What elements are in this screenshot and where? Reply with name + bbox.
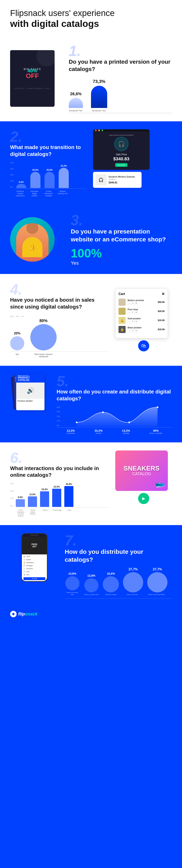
section4-number: 4.: [10, 282, 109, 297]
section6-right: SNEAKERS CATALOG 👟 ▶: [115, 451, 172, 504]
qty-minus-2[interactable]: -: [128, 311, 131, 314]
page-wrapper: Flipsnack users' experience with digital…: [0, 0, 182, 621]
header-title-line2: with digital catalogs: [10, 18, 172, 29]
play-icon[interactable]: ▶: [138, 493, 149, 504]
cart-item-1: Modern armchair - 1 + $50.00: [119, 299, 164, 306]
device-mockup: Sadin Wireless Earbuds ★★★★★ 🎧 Sale Pric…: [93, 129, 150, 170]
section5-left: WHOLESALEPRODUCTCAT WHOLESALE PRODUCTCAT…: [10, 374, 51, 422]
section6-number: 6.: [10, 451, 109, 465]
qty-plus-3[interactable]: +: [134, 320, 138, 323]
logo-icon: [10, 611, 17, 617]
cart-mockup: Cart ✕ Modern armchair - 1 + $50.00: [115, 288, 168, 338]
section1-number: 1.: [69, 44, 81, 58]
section1: BIG SALES 40% OFF DIGITECH / CYBER MONDA…: [0, 36, 182, 122]
section7-left: PRODUKT 🏠 Home 🔍 Explore 🔔 Notifications: [10, 533, 59, 582]
section6: 6. What interactions do you include in o…: [0, 442, 182, 525]
section3: 👍 3. Do you have a presentation website …: [0, 205, 182, 274]
cart-header: Cart ✕: [119, 292, 164, 296]
cart-title: Cart: [119, 292, 125, 296]
section5-question: How often do you create and distribute d…: [57, 389, 172, 402]
section3-percent: 100%: [71, 246, 172, 260]
section3-number: 3.: [71, 213, 172, 227]
section3-right: 3. Do you have a presentation website or…: [71, 213, 172, 266]
close-icon[interactable]: ✕: [161, 292, 164, 296]
person-image: 👍: [10, 217, 55, 261]
section1-right: 1. Do you have a printed version of your…: [69, 44, 172, 114]
cart-item-4: 🔒 Black pendant - 1 + $10.00: [119, 326, 164, 333]
section2-left: 2. What made you transition to digital c…: [10, 129, 87, 197]
section5-chart: 40%30%20%10%0%: [57, 406, 172, 434]
section1-yes-percent: 73,3%: [91, 79, 107, 84]
section7-chart: 13,8% Share as private links 13,8% Share…: [65, 567, 172, 599]
section6-question: What interactions do you include in onli…: [10, 465, 109, 479]
section4-right: Cart ✕ Modern armchair - 1 + $50.00: [115, 288, 172, 351]
section7: PRODUKT 🏠 Home 🔍 Explore 🔔 Notifications: [0, 525, 182, 607]
qty-plus-2[interactable]: +: [134, 311, 138, 314]
section7-right: 7. How do you distribute your catalogs? …: [65, 533, 172, 599]
header-section: Flipsnack users' experience with digital…: [0, 0, 182, 36]
section1-no-percent: 26,6%: [69, 92, 83, 96]
section1-question: Do you have a printed version of your ca…: [69, 58, 172, 73]
phone-mockup: PRODUKT 🏠 Home 🔍 Explore 🔔 Notifications: [21, 533, 48, 582]
section4-left: 4. Have you noticed a boost in sales sin…: [10, 282, 109, 358]
svg-point-1: [102, 411, 104, 413]
svg-point-2: [128, 422, 130, 423]
section3-answer: Yes: [71, 260, 172, 266]
section7-question: How do you distribute your catalogs?: [65, 548, 172, 563]
qty-minus-1[interactable]: -: [128, 302, 131, 305]
product-card: 🎧 Dynatron Wireless Earbuds ★★★★☆ $340.8…: [93, 172, 142, 188]
section4-question: Have you noticed a boost in sales since …: [10, 297, 109, 310]
sneakers-catalog: SNEAKERS CATALOG 👟: [115, 451, 168, 491]
qty-plus-1[interactable]: +: [134, 302, 138, 305]
section1-left: BIG SALES 40% OFF DIGITECH / CYBER MONDA…: [10, 50, 63, 107]
section5: WHOLESALEPRODUCTCAT WHOLESALE PRODUCTCAT…: [0, 366, 182, 442]
section6-chart: 30%20%10%0% 9,6% 12,9%: [10, 483, 109, 517]
section6-left: 6. What interactions do you include in o…: [10, 451, 109, 517]
catalog-image: BIG SALES 40% OFF DIGITECH / CYBER MONDA…: [10, 50, 55, 107]
svg-point-0: [76, 422, 78, 423]
section1-no-label: Answered "No": [69, 110, 83, 112]
svg-point-3: [157, 406, 158, 408]
section7-number: 7.: [65, 533, 172, 548]
section3-question: Do you have a presentation website or an…: [71, 227, 172, 243]
cart-item-2: Floor lamp - 1 + $20.00: [119, 308, 164, 315]
section2-question: What made you transition to digital cata…: [10, 144, 87, 158]
header-title-line1: Flipsnack users' experience: [10, 8, 172, 18]
catalog-bottom-text: DIGITECH / CYBER MONDAY / 2021: [14, 88, 50, 89]
section5-right: 5. How often do you create and distribut…: [57, 374, 172, 434]
section2-number: 2.: [10, 129, 22, 144]
qty-minus-3[interactable]: -: [128, 320, 131, 323]
catalog-stack: WHOLESALEPRODUCTCAT WHOLESALE PRODUCTCAT…: [10, 374, 47, 422]
qty-minus-4[interactable]: -: [128, 329, 131, 332]
bag-icon: 🛍: [138, 340, 149, 351]
flipsnack-logo: flipsnack: [10, 611, 37, 617]
footer: flipsnack: [0, 607, 182, 621]
section5-number: 5.: [57, 374, 172, 389]
logo-text: flipsnack: [18, 612, 37, 617]
section3-left: 👍: [10, 217, 63, 261]
section1-yes-label: Answered "Yes": [91, 110, 107, 112]
qty-plus-4[interactable]: +: [134, 329, 138, 332]
section2: 2. What made you transition to digital c…: [0, 121, 182, 205]
section4: 4. Have you noticed a boost in sales sin…: [0, 274, 182, 366]
section2-right: Sadin Wireless Earbuds ★★★★★ 🎧 Sale Pric…: [93, 129, 172, 188]
cart-item-3: 🔒 Gold pendant - 1 + $15.00: [119, 317, 164, 324]
